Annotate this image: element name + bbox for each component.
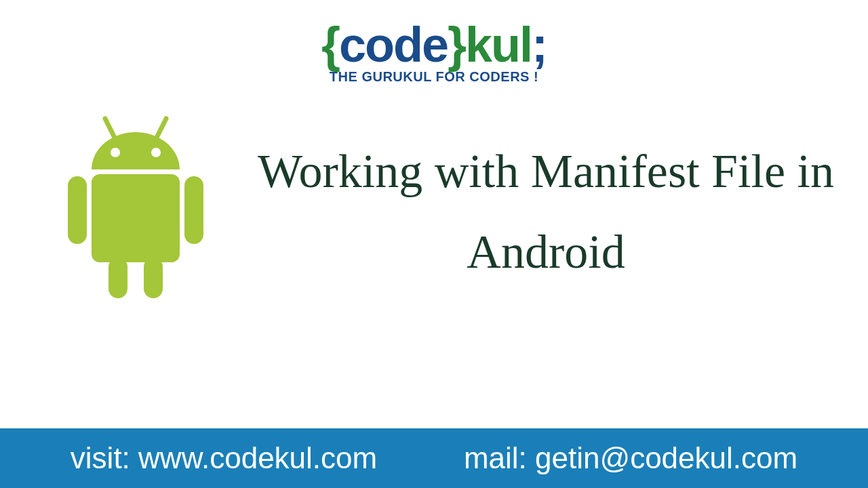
mail-value: getin@codekul.com — [535, 441, 797, 474]
logo-text: {code}kul; — [0, 17, 868, 73]
visit-value: www.codekul.com — [138, 441, 377, 474]
footer-visit: visit: www.codekul.com — [71, 441, 377, 475]
logo-word-kul: kul — [465, 18, 532, 72]
svg-point-2 — [111, 148, 120, 157]
svg-rect-6 — [184, 176, 203, 244]
logo-brace-open: { — [321, 18, 339, 72]
svg-rect-5 — [68, 176, 87, 244]
main-content: Working with Manifest File in Android — [0, 85, 868, 311]
svg-rect-7 — [108, 258, 127, 298]
android-icon — [54, 112, 217, 311]
tagline: The Gurukul For Coders ! — [0, 69, 868, 85]
svg-rect-8 — [144, 258, 163, 298]
mail-label: mail: — [464, 441, 527, 474]
page-title: Working with Manifest File in Android — [258, 131, 834, 292]
svg-rect-4 — [92, 174, 180, 262]
svg-point-3 — [151, 148, 161, 157]
footer-bar: visit: www.codekul.com mail: getin@codek… — [0, 428, 868, 488]
footer-mail: mail: getin@codekul.com — [464, 441, 797, 475]
logo-section: {code}kul; The Gurukul For Coders ! — [0, 0, 868, 85]
svg-line-1 — [156, 119, 166, 139]
logo-brace-close: } — [448, 18, 465, 72]
svg-line-0 — [105, 119, 115, 139]
logo-word-code: code — [339, 18, 448, 72]
visit-label: visit: — [71, 441, 130, 474]
logo-semicolon: ; — [532, 18, 547, 72]
